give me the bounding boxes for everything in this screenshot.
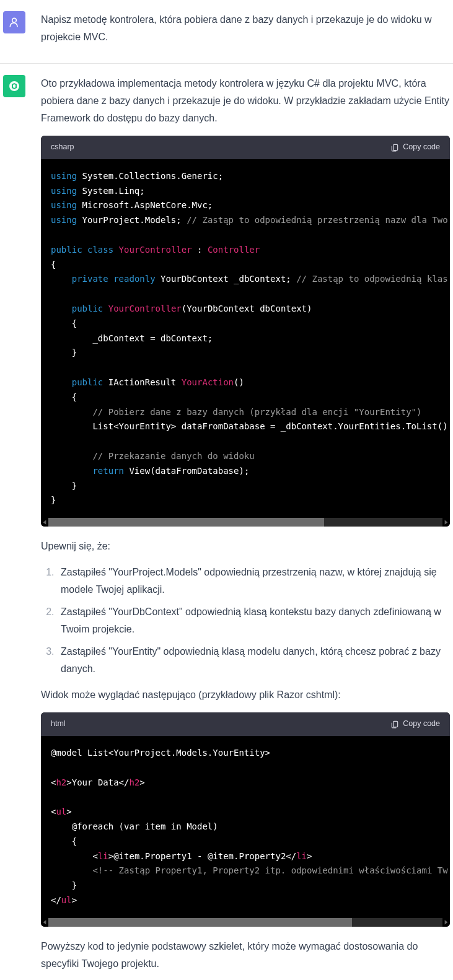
assistant-avatar [3, 75, 25, 97]
person-icon [8, 16, 20, 28]
code-header: html Copy code [41, 712, 450, 736]
svg-rect-2 [394, 721, 398, 727]
assistant-content: Oto przykładowa implementacja metody kon… [41, 75, 450, 973]
openai-icon [8, 80, 20, 92]
list-item: Zastąpiłeś "YourEntity" odpowiednią klas… [57, 643, 450, 678]
clipboard-icon [390, 143, 399, 152]
view-text: Widok może wyglądać następująco (przykła… [41, 686, 450, 704]
instructions-list: Zastąpiłeś "YourProject.Models" odpowied… [41, 564, 450, 678]
assistant-intro: Oto przykładowa implementacja metody kon… [41, 75, 450, 127]
copy-code-button[interactable]: Copy code [390, 141, 440, 154]
horizontal-scrollbar[interactable] [41, 518, 450, 527]
list-item: Zastąpiłeś "YourDbContext" odpowiednią k… [57, 603, 450, 638]
assistant-message: Oto przykładowa implementacja metody kon… [0, 64, 453, 980]
code-body[interactable]: using System.Collections.Generic; using … [41, 159, 450, 518]
assistant-outro: Powyższy kod to jedynie podstawowy szkie… [41, 938, 450, 973]
code-header: csharp Copy code [41, 136, 450, 159]
svg-point-0 [12, 18, 17, 22]
user-text: Napisz metodę kontrolera, która pobiera … [41, 11, 450, 46]
code-lang-label: csharp [51, 141, 74, 154]
ensure-text: Upewnij się, że: [41, 538, 450, 555]
user-content: Napisz metodę kontrolera, która pobiera … [41, 11, 450, 46]
horizontal-scrollbar[interactable] [41, 918, 450, 927]
clipboard-icon [390, 720, 399, 728]
copy-code-button[interactable]: Copy code [390, 717, 440, 731]
svg-rect-1 [394, 144, 398, 150]
user-message: Napisz metodę kontrolera, która pobiera … [0, 0, 453, 64]
code-lang-label: html [51, 717, 66, 731]
code-body[interactable]: @model List<YourProject.Models.YourEntit… [41, 736, 450, 918]
user-avatar [3, 11, 25, 33]
code-block-html: html Copy code @model List<YourProject.M… [41, 712, 450, 927]
list-item: Zastąpiłeś "YourProject.Models" odpowied… [57, 564, 450, 598]
code-block-csharp: csharp Copy code using System.Collection… [41, 136, 450, 527]
copy-label: Copy code [403, 141, 440, 154]
copy-label: Copy code [403, 717, 440, 731]
